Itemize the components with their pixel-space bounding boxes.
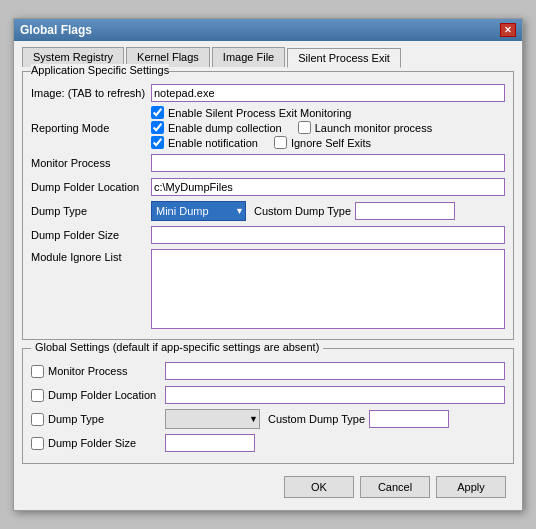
app-specific-legend: Application Specific Settings — [31, 64, 169, 76]
global-monitor-input[interactable] — [165, 362, 505, 380]
global-monitor-label: Monitor Process — [48, 365, 127, 377]
global-dump-folder-cb-label[interactable]: Dump Folder Location — [31, 389, 161, 402]
global-dump-size-cb[interactable] — [31, 437, 44, 450]
dump-folder-label: Dump Folder Location — [31, 181, 151, 193]
checkboxes-line-1: Enable Silent Process Exit Monitoring — [151, 106, 432, 119]
monitor-process-row: Monitor Process — [31, 153, 505, 173]
cb-enable-silent[interactable]: Enable Silent Process Exit Monitoring — [151, 106, 351, 119]
global-dump-folder-row: Dump Folder Location — [31, 385, 505, 405]
global-dump-type-cb-label[interactable]: Dump Type — [31, 413, 161, 426]
cb-enable-notify-input[interactable] — [151, 136, 164, 149]
global-dump-type-select-wrapper: ▼ — [165, 409, 260, 429]
checkboxes-line-3: Enable notification Ignore Self Exits — [151, 136, 432, 149]
global-dump-type-label: Dump Type — [48, 413, 104, 425]
cb-enable-dump-label: Enable dump collection — [168, 122, 282, 134]
dump-type-row: Dump Type Mini Dump Full Dump Heap Dump … — [31, 201, 505, 221]
global-dump-folder-label: Dump Folder Location — [48, 389, 156, 401]
global-settings-legend: Global Settings (default if app-specific… — [31, 341, 323, 353]
image-label: Image: (TAB to refresh) — [31, 87, 151, 99]
dump-type-label: Dump Type — [31, 205, 151, 217]
dump-type-select-wrapper: Mini Dump Full Dump Heap Dump ▼ — [151, 201, 246, 221]
global-custom-dump-type-input[interactable] — [369, 410, 449, 428]
global-settings-group: Global Settings (default if app-specific… — [22, 348, 514, 464]
tab-silent-process-exit[interactable]: Silent Process Exit — [287, 48, 401, 68]
global-dump-size-input[interactable] — [165, 434, 255, 452]
monitor-process-input[interactable] — [151, 154, 505, 172]
global-dump-folder-cb[interactable] — [31, 389, 44, 402]
cb-enable-notify-label: Enable notification — [168, 137, 258, 149]
dump-type-controls: Mini Dump Full Dump Heap Dump ▼ Custom D… — [151, 201, 455, 221]
cb-ignore-self-exits-input[interactable] — [274, 136, 287, 149]
image-row: Image: (TAB to refresh) — [31, 84, 505, 102]
apply-button[interactable]: Apply — [436, 476, 506, 498]
cancel-button[interactable]: Cancel — [360, 476, 430, 498]
global-custom-dump-type-label: Custom Dump Type — [268, 413, 365, 425]
global-monitor-cb[interactable] — [31, 365, 44, 378]
reporting-mode-label: Reporting Mode — [31, 122, 151, 134]
cb-enable-notify[interactable]: Enable notification — [151, 136, 258, 149]
dump-folder-size-label: Dump Folder Size — [31, 229, 151, 241]
button-row: OK Cancel Apply — [22, 472, 514, 504]
reporting-mode-row: Reporting Mode Enable Silent Process Exi… — [31, 106, 505, 149]
app-specific-group: Application Specific Settings Image: (TA… — [22, 71, 514, 340]
global-dump-type-row: Dump Type ▼ Custom Dump Type — [31, 409, 505, 429]
custom-dump-type-input[interactable] — [355, 202, 455, 220]
content-area: System Registry Kernel Flags Image File … — [14, 41, 522, 510]
dump-folder-size-input[interactable] — [151, 226, 505, 244]
module-ignore-row: Module Ignore List — [31, 249, 505, 329]
global-dump-size-row: Dump Folder Size — [31, 433, 505, 453]
cb-launch-monitor-input[interactable] — [298, 121, 311, 134]
cb-enable-dump-input[interactable] — [151, 121, 164, 134]
dump-type-select[interactable]: Mini Dump Full Dump Heap Dump — [151, 201, 246, 221]
checkboxes-group: Enable Silent Process Exit Monitoring En… — [151, 106, 432, 149]
image-input[interactable] — [151, 84, 505, 102]
global-dump-size-cb-label[interactable]: Dump Folder Size — [31, 437, 161, 450]
module-ignore-label: Module Ignore List — [31, 249, 151, 263]
global-dump-type-cb[interactable] — [31, 413, 44, 426]
title-bar-buttons: ✕ — [500, 23, 516, 37]
cb-launch-monitor-label: Launch monitor process — [315, 122, 432, 134]
custom-dump-type-label: Custom Dump Type — [254, 205, 351, 217]
cb-enable-dump[interactable]: Enable dump collection — [151, 121, 282, 134]
dump-folder-row: Dump Folder Location — [31, 177, 505, 197]
global-dump-folder-input[interactable] — [165, 386, 505, 404]
title-bar: Global Flags ✕ — [14, 19, 522, 41]
ok-button[interactable]: OK — [284, 476, 354, 498]
close-button[interactable]: ✕ — [500, 23, 516, 37]
global-monitor-cb-label[interactable]: Monitor Process — [31, 365, 161, 378]
global-dump-type-select[interactable] — [165, 409, 260, 429]
cb-launch-monitor[interactable]: Launch monitor process — [298, 121, 432, 134]
dump-folder-size-row: Dump Folder Size — [31, 225, 505, 245]
module-ignore-textarea[interactable] — [151, 249, 505, 329]
cb-ignore-self-exits-label: Ignore Self Exits — [291, 137, 371, 149]
monitor-process-label: Monitor Process — [31, 157, 151, 169]
dump-folder-input[interactable] — [151, 178, 505, 196]
cb-enable-silent-input[interactable] — [151, 106, 164, 119]
main-window: Global Flags ✕ System Registry Kernel Fl… — [13, 18, 523, 511]
checkboxes-line-2: Enable dump collection Launch monitor pr… — [151, 121, 432, 134]
cb-enable-silent-label: Enable Silent Process Exit Monitoring — [168, 107, 351, 119]
tab-image-file[interactable]: Image File — [212, 47, 285, 67]
window-title: Global Flags — [20, 23, 92, 37]
global-dump-size-label: Dump Folder Size — [48, 437, 136, 449]
cb-ignore-self-exits[interactable]: Ignore Self Exits — [274, 136, 371, 149]
global-monitor-row: Monitor Process — [31, 361, 505, 381]
